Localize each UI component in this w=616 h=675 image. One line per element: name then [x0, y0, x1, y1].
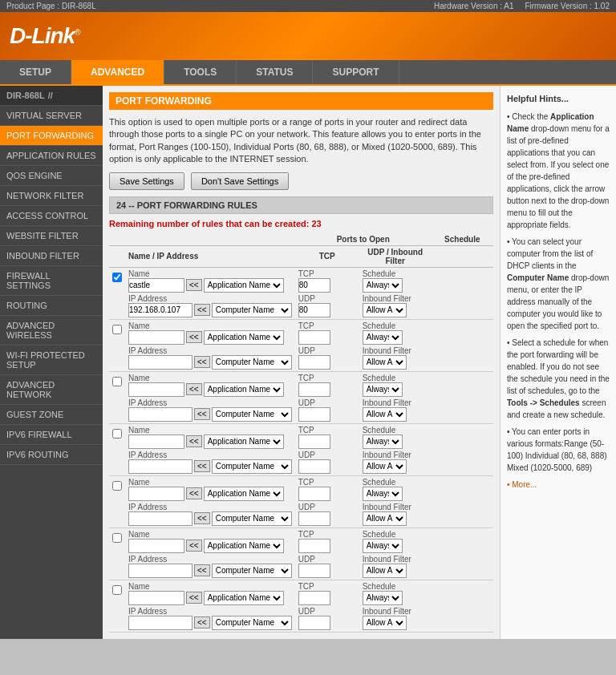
udp-input[interactable] [298, 511, 330, 526]
rule-enable-checkbox[interactable] [112, 273, 122, 282]
ip-address-input[interactable] [128, 616, 192, 630]
computer-name-select[interactable]: Computer Name [212, 459, 292, 474]
ip-address-input[interactable] [128, 511, 192, 526]
sidebar-item-ipv6-routing[interactable]: IPV6 ROUTING [0, 445, 103, 465]
inbound-filter-select[interactable]: Allow All [363, 511, 407, 526]
application-name-select[interactable]: Application Name [204, 487, 284, 501]
udp-input[interactable] [298, 407, 330, 422]
application-name-select[interactable]: Application Name [204, 435, 284, 449]
app-arrow-button[interactable]: << [186, 540, 202, 552]
nav-setup[interactable]: SETUP [0, 60, 71, 84]
tcp-input[interactable] [298, 278, 330, 293]
schedule-select[interactable]: Always [363, 591, 403, 605]
udp-input[interactable] [298, 459, 330, 474]
sidebar-item-ipv6-firewall[interactable]: IPV6 FIREWALL [0, 425, 103, 445]
udp-input[interactable] [298, 303, 330, 317]
ip-address-input[interactable] [128, 459, 192, 474]
computer-name-select[interactable]: Computer Name [212, 511, 292, 526]
application-name-select[interactable]: Application Name [204, 539, 284, 553]
sidebar-item-network-filter[interactable]: NETWORK FILTER [0, 186, 103, 206]
name-input[interactable] [128, 382, 184, 397]
name-input[interactable] [128, 330, 184, 345]
sidebar-item-access-control[interactable]: ACCESS CONTROL [0, 206, 103, 226]
sidebar-item-guest-zone[interactable]: GUEST ZONE [0, 405, 103, 425]
app-arrow-button[interactable]: << [186, 487, 202, 499]
dont-save-settings-button[interactable]: Don't Save Settings [191, 172, 289, 190]
application-name-select[interactable]: Application Name [204, 330, 284, 345]
tcp-input[interactable] [298, 382, 330, 397]
nav-advanced[interactable]: ADVANCED [71, 60, 164, 84]
application-name-select[interactable]: Application Name [204, 382, 284, 397]
computer-name-select[interactable]: Computer Name [212, 355, 292, 370]
name-input[interactable] [128, 487, 184, 501]
tcp-input[interactable] [298, 330, 330, 345]
schedule-select[interactable]: Always [363, 382, 403, 397]
sidebar-item-wifi-protected-setup[interactable]: WI-FI PROTECTED SETUP [0, 346, 103, 375]
sidebar-item-inbound-filter[interactable]: INBOUND FILTER [0, 246, 103, 266]
ip-address-input[interactable] [128, 303, 192, 317]
nav-tools[interactable]: TOOLS [164, 60, 237, 84]
computer-name-select[interactable]: Computer Name [212, 616, 292, 630]
sidebar-item-routing[interactable]: ROUTING [0, 296, 103, 316]
sidebar-item-firewall-settings[interactable]: FIREWALL SETTINGS [0, 266, 103, 296]
more-link[interactable]: • More... [507, 480, 537, 489]
computer-name-select[interactable]: Computer Name [212, 564, 292, 578]
comp-arrow-button[interactable]: << [194, 460, 210, 472]
comp-arrow-button[interactable]: << [194, 408, 210, 420]
application-name-select[interactable]: Application Name [204, 591, 284, 605]
inbound-filter-select[interactable]: Allow All [363, 564, 407, 578]
name-input[interactable] [128, 435, 184, 449]
tcp-input[interactable] [298, 591, 330, 605]
ip-address-input[interactable] [128, 355, 192, 370]
inbound-filter-select[interactable]: Allow All [363, 303, 407, 317]
schedule-select[interactable]: Always [363, 435, 403, 449]
inbound-filter-select[interactable]: Allow All [363, 616, 407, 630]
app-arrow-button[interactable]: << [186, 279, 202, 291]
tcp-input[interactable] [298, 487, 330, 501]
ip-address-input[interactable] [128, 564, 192, 578]
tcp-input[interactable] [298, 435, 330, 449]
computer-name-select[interactable]: Computer Name [212, 303, 292, 317]
comp-arrow-button[interactable]: << [194, 512, 210, 524]
schedule-select[interactable]: Always [363, 330, 403, 345]
sidebar-item-application-rules[interactable]: APPLICATION RULES [0, 146, 103, 166]
sidebar-item-website-filter[interactable]: WEBSITE FILTER [0, 226, 103, 246]
app-arrow-button[interactable]: << [186, 331, 202, 343]
rule-enable-checkbox[interactable] [112, 533, 122, 543]
rule-enable-checkbox[interactable] [112, 585, 122, 595]
schedule-select[interactable]: Always [363, 278, 403, 293]
comp-arrow-button[interactable]: << [194, 616, 210, 629]
sidebar-item-qos-engine[interactable]: QOS ENGINE [0, 166, 103, 186]
rule-enable-checkbox[interactable] [112, 377, 122, 386]
application-name-select[interactable]: Application Name [204, 278, 284, 293]
sidebar-item-advanced-network[interactable]: ADVANCED NETWORK [0, 375, 103, 405]
app-arrow-button[interactable]: << [186, 383, 202, 395]
computer-name-select[interactable]: Computer Name [212, 407, 292, 422]
udp-input[interactable] [298, 564, 330, 578]
schedule-select[interactable]: Always [363, 539, 403, 553]
udp-input[interactable] [298, 616, 330, 630]
name-input[interactable] [128, 591, 184, 605]
sidebar-item-port-forwarding[interactable]: PORT FORWARDING [0, 126, 103, 146]
udp-input[interactable] [298, 355, 330, 370]
sidebar-item-virtual-server[interactable]: VIRTUAL SERVER [0, 106, 103, 126]
comp-arrow-button[interactable]: << [194, 356, 210, 368]
name-input[interactable] [128, 278, 184, 293]
app-arrow-button[interactable]: << [186, 592, 202, 604]
save-settings-button[interactable]: Save Settings [109, 172, 184, 190]
comp-arrow-button[interactable]: << [194, 304, 210, 316]
nav-support[interactable]: SUPPORT [313, 60, 399, 84]
app-arrow-button[interactable]: << [186, 435, 202, 447]
rule-enable-checkbox[interactable] [112, 481, 122, 491]
inbound-filter-select[interactable]: Allow All [363, 355, 407, 370]
rule-enable-checkbox[interactable] [112, 325, 122, 334]
name-input[interactable] [128, 539, 184, 553]
schedule-select[interactable]: Always [363, 487, 403, 501]
comp-arrow-button[interactable]: << [194, 564, 210, 576]
rule-enable-checkbox[interactable] [112, 429, 122, 439]
inbound-filter-select[interactable]: Allow All [363, 407, 407, 422]
inbound-filter-select[interactable]: Allow All [363, 459, 407, 474]
nav-status[interactable]: STATUS [237, 60, 313, 84]
tcp-input[interactable] [298, 539, 330, 553]
ip-address-input[interactable] [128, 407, 192, 422]
